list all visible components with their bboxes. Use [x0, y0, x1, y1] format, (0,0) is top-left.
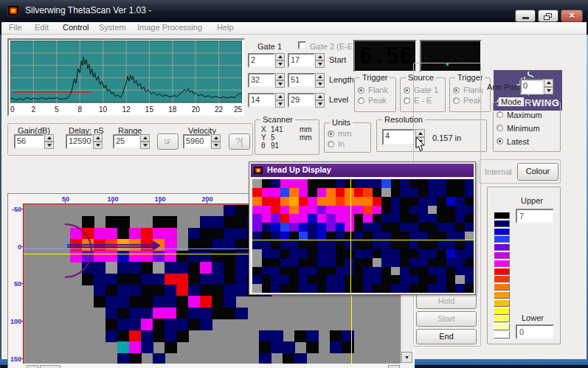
delay-spinner[interactable]: 12590: [66, 134, 103, 149]
gate1-length-down-button[interactable]: [275, 80, 285, 88]
gate1-level-spinner[interactable]: 14: [248, 93, 285, 108]
palette-swatch-4[interactable]: [494, 243, 510, 251]
hud-canvas[interactable]: [252, 179, 474, 293]
menu-item-image-processing[interactable]: Image Processing: [137, 23, 202, 32]
heat-cell: [176, 274, 189, 285]
range-spinner-down-button[interactable]: [140, 142, 150, 149]
palette-swatch-14[interactable]: [494, 323, 510, 330]
velocity-spinner[interactable]: 5960: [183, 134, 221, 149]
title-bar[interactable]: Silverwing ThetaScan Ver 1.03 - ✕: [0, 0, 588, 22]
menu-item-edit[interactable]: Edit: [35, 23, 49, 32]
lower-input[interactable]: 0: [516, 324, 554, 339]
head-up-display-window[interactable]: Head Up Display: [249, 162, 476, 295]
velocity-spinner-up-button[interactable]: [211, 134, 221, 142]
scroll-left-button[interactable]: ◀: [27, 365, 38, 368]
palette-swatch-7[interactable]: [494, 268, 510, 275]
units-option-in[interactable]: In: [325, 139, 370, 150]
probe-select-button[interactable]: ☞: [157, 133, 179, 150]
gate2-length-up-button[interactable]: [315, 73, 325, 80]
gate2-length-spinner[interactable]: 51: [288, 73, 325, 88]
heat-cell: [117, 274, 130, 285]
menu-item-help[interactable]: Help: [217, 23, 234, 32]
gate2-checkbox[interactable]: [298, 41, 306, 49]
heat-cell: [354, 240, 364, 249]
gate1-start-down-button[interactable]: [275, 60, 285, 68]
palette-swatch-9[interactable]: [494, 283, 510, 291]
heat-cell: [437, 267, 446, 276]
horizontal-scrollbar[interactable]: ◀ ▶: [24, 365, 401, 368]
hud-title-bar[interactable]: Head Up Display: [251, 164, 474, 177]
restore-button[interactable]: [538, 10, 558, 22]
heat-cell: [129, 228, 142, 240]
radio-option-label: Maximum: [507, 111, 542, 119]
palette-swatch-8[interactable]: [494, 275, 510, 282]
scroll-right-button[interactable]: ▶: [388, 365, 400, 368]
close-button[interactable]: ✕: [561, 10, 583, 22]
heat-cell: [465, 275, 474, 284]
minimize-button[interactable]: [515, 10, 536, 22]
gate1-level-up-button[interactable]: [275, 93, 285, 100]
gate1-length-up-button[interactable]: [275, 73, 285, 80]
heat-cell: [418, 214, 428, 223]
gate1-level-updown: [275, 93, 285, 108]
palette-swatch-1[interactable]: [494, 220, 510, 227]
gate1-level-down-button[interactable]: [275, 100, 285, 108]
menu-item-file[interactable]: File: [9, 23, 22, 32]
palette-swatch-6[interactable]: [494, 260, 510, 267]
gate2-level-down-button[interactable]: [315, 100, 325, 108]
trigger1-option-peak[interactable]: Peak: [355, 96, 395, 106]
palette-swatch-15[interactable]: [494, 331, 510, 339]
gain-spinner-up-button[interactable]: [44, 134, 54, 142]
velocity-query-button[interactable]: ?{: [229, 133, 250, 150]
gate2-level-value: 29: [288, 93, 315, 108]
palette-swatch-5[interactable]: [494, 251, 510, 259]
mode-option-latest[interactable]: Latest: [494, 136, 560, 149]
colour-button[interactable]: Colour: [517, 163, 558, 181]
start-button[interactable]: Start: [416, 311, 477, 327]
range-spinner[interactable]: 25: [113, 134, 150, 149]
delay-spinner-up-button[interactable]: [93, 134, 103, 142]
horizontal-scrollbar-thumb[interactable]: [40, 365, 60, 368]
arm-pos-spinner[interactable]: 0: [520, 79, 553, 94]
trigger1-option-flank[interactable]: Flank: [355, 86, 395, 96]
palette-swatch-11[interactable]: [494, 299, 510, 307]
end-button[interactable]: End: [416, 329, 477, 344]
units-option-mm[interactable]: mm: [325, 129, 370, 139]
heat-cell: [326, 214, 336, 223]
palette-swatch-0[interactable]: [494, 212, 510, 219]
heat-cell: [391, 197, 401, 206]
gate2-start-up-button[interactable]: [315, 53, 325, 60]
heat-cell: [465, 214, 474, 223]
palette-swatch-13[interactable]: [494, 315, 510, 322]
arm-pos-spinner-down-button[interactable]: [544, 87, 553, 95]
gate2-level-up-button[interactable]: [315, 93, 325, 100]
gate1-length-spinner[interactable]: 32: [248, 73, 285, 88]
palette-swatch-3[interactable]: [494, 235, 510, 243]
delay-spinner-down-button[interactable]: [93, 142, 103, 149]
gate1-start-up-button[interactable]: [275, 53, 285, 60]
arm-pos-spinner-up-button[interactable]: [544, 79, 553, 87]
heat-cell: [299, 267, 308, 276]
palette-swatch-10[interactable]: [494, 291, 510, 299]
arm-pos-spinner-value: 0: [520, 79, 544, 94]
upper-input[interactable]: 7: [516, 209, 554, 223]
hold-button[interactable]: Hold: [416, 294, 477, 309]
menu-item-system[interactable]: System: [99, 23, 126, 32]
palette-swatch-12[interactable]: [494, 308, 510, 315]
ascan-waveform-panel[interactable]: 025810121518202225: [7, 38, 245, 117]
gate2-start-down-button[interactable]: [315, 60, 325, 68]
gate2-start-spinner[interactable]: 17: [288, 53, 325, 68]
mode-option-minimum[interactable]: Minimum: [494, 122, 560, 136]
heat-cell: [280, 179, 290, 188]
gain-spinner[interactable]: 56: [14, 134, 54, 149]
palette-swatch-2[interactable]: [494, 228, 510, 235]
mode-option-maximum[interactable]: Maximum: [494, 109, 560, 122]
gate2-length-down-button[interactable]: [315, 80, 325, 88]
gain-spinner-down-button[interactable]: [44, 142, 54, 149]
velocity-spinner-down-button[interactable]: [211, 142, 221, 149]
range-spinner-up-button[interactable]: [140, 134, 150, 142]
menu-item-control[interactable]: Control: [63, 23, 89, 32]
scroll-down-button[interactable]: ▼: [401, 352, 412, 363]
gate2-level-spinner[interactable]: 29: [288, 93, 325, 108]
gate1-start-spinner[interactable]: 2: [248, 53, 285, 68]
